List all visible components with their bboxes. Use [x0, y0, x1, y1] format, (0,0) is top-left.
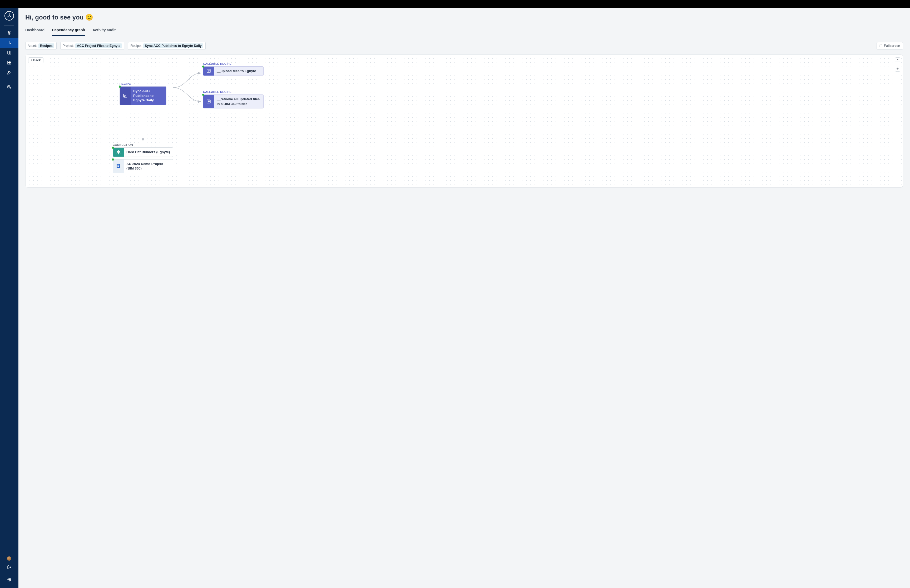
- status-dot-active: [202, 66, 204, 68]
- sidebar-divider: [4, 80, 14, 80]
- filter-project-label: Project:: [63, 44, 74, 48]
- tab-dashboard[interactable]: Dashboard: [25, 26, 45, 36]
- node-connections: CONNECTION Hard Hat Builders (Egnyte) B …: [113, 143, 173, 176]
- page-title: Hi, good to see you 🙂: [25, 14, 360, 21]
- layers-icon: [7, 31, 11, 35]
- filter-recipe[interactable]: Recipe: Sync ACC Publishes to Egnyte Dai…: [128, 42, 206, 50]
- logo-icon: [6, 13, 12, 19]
- status-dot-active: [119, 86, 121, 88]
- filter-project-value: ACC Project Files to Egnyte: [75, 44, 122, 48]
- filter-asset-value: Recipes: [39, 44, 54, 48]
- graph-canvas[interactable]: Back + − R: [25, 55, 360, 188]
- node-callable-retrieve[interactable]: CALLABLE RECIPE __retrieve all updated f…: [203, 90, 263, 108]
- nav-analytics[interactable]: [0, 38, 18, 48]
- filter-project[interactable]: Project: ACC Project Files to Egnyte: [60, 42, 124, 50]
- svg-rect-0: [8, 61, 9, 62]
- tabs: Dashboard Dependency graph Activity audi…: [25, 26, 360, 36]
- node-card: Sync ACC Publishes to Egnyte Daily: [120, 86, 166, 105]
- database-icon: [7, 85, 11, 89]
- node-type-label: CALLABLE RECIPE: [203, 62, 263, 65]
- recipe-icon: [203, 66, 214, 76]
- node-card: __upload files to Egnyte: [203, 66, 263, 76]
- app-window: Hi, good to see you 🙂 Dashboard Dependen…: [0, 8, 360, 233]
- nav-layers[interactable]: [0, 27, 18, 38]
- connection-label: CONNECTION: [113, 143, 173, 146]
- nav-apps[interactable]: [0, 58, 18, 68]
- nav-data[interactable]: [0, 82, 18, 92]
- tab-dependency-graph[interactable]: Dependency graph: [52, 26, 85, 36]
- wrench-icon: [7, 71, 11, 75]
- filter-row: Asset: Recipes Project: ACC Project File…: [25, 42, 360, 50]
- svg-rect-1: [10, 61, 11, 62]
- graph-layer: RECIPE Sync ACC Publishes to Egnyte Dail…: [26, 55, 360, 187]
- grid-icon: [7, 61, 11, 65]
- node-title: __upload files to Egnyte: [214, 66, 259, 76]
- back-label: Back: [33, 58, 41, 62]
- filter-recipe-label: Recipe:: [130, 44, 141, 48]
- recipe-icon: [120, 87, 131, 105]
- node-card: __retrieve all updated files in a BIM 36…: [203, 94, 263, 108]
- sidebar: [0, 8, 18, 233]
- app-logo[interactable]: [5, 11, 14, 21]
- svg-rect-2: [8, 63, 9, 64]
- recipe-icon: [203, 95, 214, 108]
- nav-tools[interactable]: [0, 68, 18, 78]
- status-dot-active: [202, 94, 204, 96]
- svg-rect-3: [10, 63, 11, 64]
- filter-asset-label: Asset:: [27, 44, 37, 48]
- tab-activity-audit[interactable]: Activity audit: [92, 26, 116, 36]
- book-icon: [7, 50, 11, 55]
- node-title: Sync ACC Publishes to Egnyte Daily: [131, 87, 166, 105]
- status-dot-active: [112, 158, 114, 161]
- node-main-recipe[interactable]: RECIPE Sync ACC Publishes to Egnyte Dail…: [113, 76, 173, 110]
- filter-recipe-value: Sync ACC Publishes to Egnyte Daily: [143, 44, 203, 48]
- sidebar-nav: [0, 27, 18, 92]
- connection-egnyte[interactable]: Hard Hat Builders (Egnyte): [113, 147, 173, 157]
- back-button[interactable]: Back: [28, 57, 44, 63]
- bar-chart-icon: [7, 40, 11, 45]
- node-type-label: CALLABLE RECIPE: [203, 90, 263, 94]
- node-type-label: RECIPE: [120, 82, 166, 85]
- node-callable-upload[interactable]: CALLABLE RECIPE __upload files to Egnyte: [203, 62, 263, 76]
- filter-asset[interactable]: Asset: Recipes: [25, 42, 57, 50]
- node-title: __retrieve all updated files in a BIM 36…: [214, 95, 263, 108]
- nav-docs[interactable]: [0, 48, 18, 58]
- connection-bim360[interactable]: B AU 2024 Demo Project (BIM 360): [113, 159, 173, 173]
- bim360-icon: B: [113, 160, 124, 173]
- main-content: Hi, good to see you 🙂 Dashboard Dependen…: [18, 8, 360, 233]
- status-dot-active: [112, 147, 114, 149]
- egnyte-icon: [113, 148, 124, 157]
- connection-title: Hard Hat Builders (Egnyte): [124, 148, 173, 157]
- chevron-left-icon: [30, 59, 33, 61]
- connection-title: AU 2024 Demo Project (BIM 360): [124, 160, 173, 173]
- sidebar-divider: [4, 25, 14, 26]
- svg-point-4: [8, 86, 10, 86]
